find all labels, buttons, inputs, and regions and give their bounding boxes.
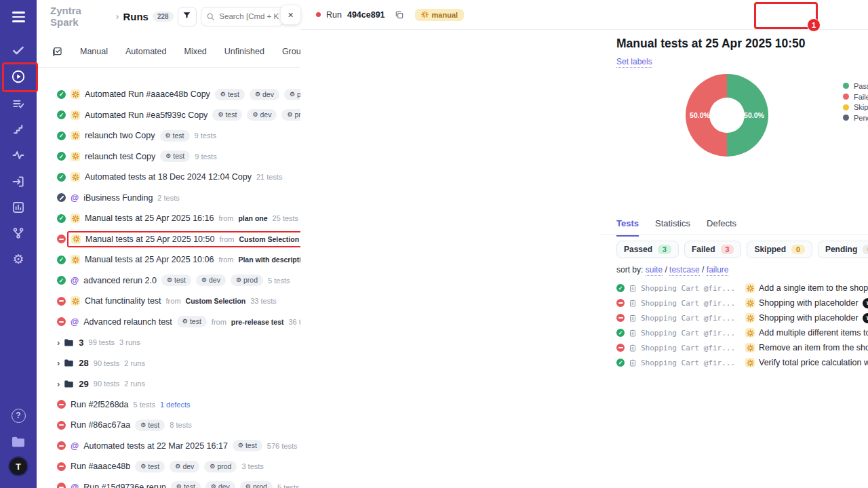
test-row[interactable]: ✓Shopping Cart @fir...Add multiple diffe… bbox=[616, 325, 868, 340]
tab-manual[interactable]: Manual bbox=[80, 47, 108, 56]
run-title: Manual tests at 25 Apr 2025 16:16 bbox=[85, 214, 214, 223]
select-all-icon[interactable] bbox=[52, 46, 62, 57]
run-title: Chat functinality test bbox=[85, 296, 161, 306]
chevron-right-icon[interactable]: › bbox=[57, 379, 60, 389]
sort-by-failure[interactable]: failure bbox=[707, 265, 729, 276]
env-badge: ⚙test bbox=[171, 481, 201, 488]
sign-in-icon[interactable] bbox=[0, 173, 37, 190]
run-list-item[interactable]: ✓Manual tests at 25 Apr 2025 16:16frompl… bbox=[37, 208, 300, 229]
folder-icon bbox=[64, 338, 74, 347]
env-badge-label: dev bbox=[209, 276, 220, 285]
run-list-item[interactable]: ✓Automated Run #ea5f939c Copy⚙test⚙dev⚙p… bbox=[37, 105, 300, 126]
run-row-body: Run #aaace48b⚙test⚙dev⚙prod3 tests bbox=[71, 461, 264, 472]
legend-dot bbox=[843, 94, 849, 100]
run-title: Manual tests at 25 Apr 2025 10:50 bbox=[616, 37, 806, 51]
manual-run-icon bbox=[71, 296, 80, 306]
selected-run-row: Manual tests at 25 Apr 2025 10:50fromCus… bbox=[67, 231, 330, 247]
env-badge-label: test bbox=[245, 441, 257, 450]
filter-button[interactable] bbox=[178, 7, 197, 26]
run-list-item[interactable]: Run #aaace48b⚙test⚙dev⚙prod3 tests bbox=[37, 456, 300, 477]
defects-link[interactable]: 1 defects bbox=[160, 401, 191, 409]
filter-passed[interactable]: Passed3 bbox=[616, 241, 679, 258]
menu-icon[interactable] bbox=[0, 8, 37, 26]
env-badge-label: dev bbox=[260, 110, 271, 119]
close-list-button[interactable]: × bbox=[281, 5, 300, 24]
from-label: from bbox=[212, 318, 226, 326]
test-row[interactable]: Shopping Cart @fir...Shopping with place… bbox=[616, 310, 868, 325]
run-row-body: Manual tests at 25 Apr 2025 16:16frompla… bbox=[71, 214, 298, 223]
run-list-item[interactable]: ✓relaunch test Copy⚙test9 tests bbox=[37, 146, 300, 167]
activity-icon[interactable] bbox=[0, 146, 37, 164]
play-circle-icon[interactable] bbox=[0, 68, 37, 85]
settings-icon[interactable]: ⚙ bbox=[0, 250, 37, 268]
set-labels-link[interactable]: Set labels bbox=[616, 57, 652, 68]
automation-icon: @ bbox=[71, 483, 79, 488]
failed-status-icon bbox=[616, 344, 625, 352]
projects-icon[interactable] bbox=[0, 433, 37, 451]
breadcrumb-app[interactable]: Zyntra Spark bbox=[50, 5, 112, 28]
from-label: from bbox=[166, 297, 181, 305]
manual-run-icon bbox=[745, 343, 755, 352]
passed-status-icon: ✓ bbox=[57, 256, 66, 264]
filter-failed[interactable]: Failed3 bbox=[684, 241, 742, 258]
run-list-item[interactable]: ✓Automated tests at 18 Dec 2024 12:04 Co… bbox=[37, 167, 300, 188]
breadcrumb-section[interactable]: Runs bbox=[123, 11, 149, 22]
tests-count: 576 tests bbox=[267, 442, 298, 450]
run-list-item[interactable]: Manual tests at 25 Apr 2025 10:50fromCus… bbox=[37, 229, 300, 250]
run-list-item[interactable]: Chat functinality testfromCustom Selecti… bbox=[37, 291, 300, 312]
run-list-item[interactable]: ✓@advanced rerun 2.0⚙test⚙dev⚙prod5 test… bbox=[37, 270, 300, 291]
milestones-icon[interactable] bbox=[0, 224, 37, 242]
run-list-item[interactable]: @Run #15d9736e rerun⚙test⚙dev⚙prod5 test… bbox=[37, 477, 300, 488]
tab-mixed[interactable]: Mixed bbox=[184, 47, 206, 56]
filter-skipped[interactable]: Skipped0 bbox=[747, 241, 812, 258]
copy-icon[interactable] bbox=[395, 10, 404, 20]
run-list-item[interactable]: ✓Automated Run #aaace48b Copy⚙test⚙dev⚙p… bbox=[37, 84, 300, 105]
run-list-item[interactable]: ›2890 tests2 runs bbox=[37, 353, 300, 374]
run-title: Manual tests at 25 Apr 2025 10:50 bbox=[85, 235, 214, 244]
tests-count: 25 tests bbox=[273, 214, 299, 222]
chevron-right-icon[interactable]: › bbox=[57, 358, 60, 368]
from-label: from bbox=[218, 256, 233, 264]
passed-status-icon: ✓ bbox=[57, 110, 66, 119]
sort-by-testcase[interactable]: testcase bbox=[669, 265, 700, 276]
run-list-item[interactable]: Run #2f5268da5 tests1 defects bbox=[37, 394, 300, 415]
run-list-item[interactable]: ✓Manual tests at 25 Apr 2025 10:06fromPl… bbox=[37, 249, 300, 270]
env-badge: ⚙dev bbox=[250, 89, 279, 100]
run-row-body: @Advanced relaunch test⚙testfrompre-rele… bbox=[71, 316, 315, 327]
failed-status-icon bbox=[57, 400, 66, 409]
filter-label: Passed bbox=[624, 245, 652, 254]
tab-automated[interactable]: Automated bbox=[125, 47, 166, 56]
run-list-item[interactable]: ›2990 tests2 runs bbox=[37, 373, 300, 394]
test-row[interactable]: Shopping Cart @fir...Shopping with place… bbox=[616, 296, 868, 310]
test-row[interactable]: ✓Shopping Cart @fir...Add a single item … bbox=[616, 281, 868, 296]
chevron-right-icon[interactable]: › bbox=[57, 338, 60, 348]
run-list-item[interactable]: Run #86ac67aa⚙test8 tests bbox=[37, 415, 300, 436]
run-list-item[interactable]: @Automated tests at 22 Mar 2025 16:17⚙te… bbox=[37, 436, 300, 457]
env-badge-label: test bbox=[173, 152, 184, 161]
env-badge-label: dev bbox=[182, 462, 194, 471]
steps-icon[interactable] bbox=[0, 121, 37, 138]
run-title: Run #aaace48b bbox=[71, 462, 130, 471]
tests-count: 33 tests bbox=[250, 297, 277, 305]
reports-icon[interactable] bbox=[0, 199, 37, 216]
tab-unfinished[interactable]: Unfinished bbox=[224, 47, 264, 56]
run-list-item[interactable]: @Advanced relaunch test⚙testfrompre-rele… bbox=[37, 312, 300, 333]
user-avatar[interactable]: T bbox=[0, 458, 37, 475]
from-label: from bbox=[219, 235, 234, 243]
test-row[interactable]: ✓Shopping Cart @fir...Verify total price… bbox=[616, 355, 868, 370]
avatar: T bbox=[863, 313, 868, 323]
passed-status-icon: ✓ bbox=[57, 90, 66, 99]
run-list-item[interactable]: ›399 tests3 runs bbox=[37, 332, 300, 353]
filter-label: Failed bbox=[692, 245, 715, 254]
help-icon[interactable]: ? bbox=[0, 407, 37, 424]
filter-pending[interactable]: Pending0 bbox=[818, 241, 868, 258]
run-list-item[interactable]: ✓relaunch two Copy⚙test9 tests bbox=[37, 125, 300, 146]
env-badge: ⚙prod bbox=[240, 481, 273, 488]
folder-icon bbox=[64, 359, 74, 367]
sort-by-suite[interactable]: suite bbox=[646, 265, 663, 276]
run-list-item[interactable]: @iBusiness Funding2 tests bbox=[37, 188, 300, 209]
results-donut-chart: 50.0% 50.0% bbox=[686, 74, 768, 157]
test-row[interactable]: Shopping Cart @fir...Remove an item from… bbox=[616, 340, 868, 355]
test-cases-icon[interactable] bbox=[0, 95, 37, 113]
check-icon[interactable] bbox=[0, 41, 37, 59]
